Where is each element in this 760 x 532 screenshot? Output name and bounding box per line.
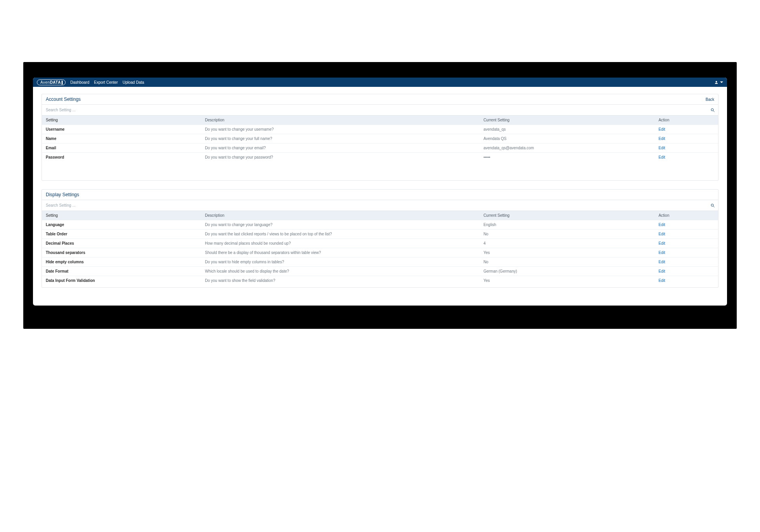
brand-bold: DATA — [50, 80, 61, 85]
col-header-current: Current Setting — [483, 118, 658, 122]
table-header: Setting Description Current Setting Acti… — [42, 211, 718, 220]
setting-current: No — [483, 260, 658, 264]
table-row: Data Input Form Validation Do you want t… — [42, 276, 718, 285]
main-nav: Dashboard Export Center Upload Data — [70, 80, 144, 85]
col-header-action: Action — [658, 213, 714, 218]
table-row: Email Do you want to change your email? … — [42, 143, 718, 153]
setting-current: Yes — [483, 250, 658, 255]
svg-line-3 — [713, 206, 715, 207]
user-menu[interactable] — [714, 80, 723, 85]
display-panel-header: Display Settings — [42, 190, 718, 200]
setting-name: Name — [46, 136, 205, 141]
edit-button[interactable]: Edit — [658, 146, 665, 150]
display-search-input[interactable] — [45, 202, 710, 209]
edit-button[interactable]: Edit — [658, 241, 665, 245]
edit-button[interactable]: Edit — [658, 232, 665, 236]
display-panel-title: Display Settings — [46, 192, 79, 197]
search-icon[interactable] — [710, 203, 715, 208]
svg-point-0 — [711, 109, 713, 111]
edit-button[interactable]: Edit — [658, 269, 665, 273]
display-search-row — [42, 200, 718, 211]
nav-dashboard[interactable]: Dashboard — [70, 80, 89, 85]
setting-description: Do you want to hide empty columns in tab… — [205, 260, 483, 264]
back-button[interactable]: Back — [706, 97, 714, 102]
nav-export-center[interactable]: Export Center — [94, 80, 118, 85]
setting-current: ••••• — [483, 155, 658, 159]
setting-current: Avendata QS — [483, 136, 658, 141]
svg-point-2 — [711, 204, 713, 206]
setting-current: 4 — [483, 241, 658, 245]
user-icon — [714, 80, 718, 85]
setting-current: English — [483, 223, 658, 227]
setting-name: Table Order — [46, 232, 205, 236]
setting-name: Email — [46, 146, 205, 150]
edit-button[interactable]: Edit — [658, 260, 665, 264]
account-panel-title: Account Settings — [46, 97, 81, 102]
table-row: Username Do you want to change your user… — [42, 125, 718, 134]
table-row: Password Do you want to change your pass… — [42, 153, 718, 162]
table-row: Hide empty columns Do you want to hide e… — [42, 257, 718, 267]
page-content: Account Settings Back Setting Descriptio… — [33, 87, 727, 306]
setting-description: Do you want to change your language? — [205, 223, 483, 227]
svg-line-1 — [713, 111, 715, 112]
col-header-setting: Setting — [46, 213, 205, 218]
setting-description: Should there be a display of thousand se… — [205, 250, 483, 255]
edit-button[interactable]: Edit — [658, 127, 665, 131]
account-settings-table: Setting Description Current Setting Acti… — [42, 116, 718, 162]
setting-description: Do you want to change your full name? — [205, 136, 483, 141]
setting-description: Do you want the last clicked reports / v… — [205, 232, 483, 236]
account-panel-header: Account Settings Back — [42, 94, 718, 105]
setting-current: avendata_qs — [483, 127, 658, 131]
col-header-action: Action — [658, 118, 714, 122]
table-row: Language Do you want to change your lang… — [42, 220, 718, 230]
edit-button[interactable]: Edit — [658, 278, 665, 283]
col-header-description: Description — [205, 118, 483, 122]
table-header: Setting Description Current Setting Acti… — [42, 116, 718, 125]
edit-button[interactable]: Edit — [658, 155, 665, 159]
edit-button[interactable]: Edit — [658, 250, 665, 255]
edit-button[interactable]: Edit — [658, 136, 665, 141]
col-header-description: Description — [205, 213, 483, 218]
account-search-row — [42, 105, 718, 116]
setting-current: avendata_qs@avendata.com — [483, 146, 658, 150]
display-settings-table: Setting Description Current Setting Acti… — [42, 211, 718, 285]
setting-description: How many decimal places should be rounde… — [205, 241, 483, 245]
setting-name: Hide empty columns — [46, 260, 205, 264]
edit-button[interactable]: Edit — [658, 223, 665, 227]
setting-name: Decimal Places — [46, 241, 205, 245]
setting-name: Data Input Form Validation — [46, 278, 205, 283]
setting-description: Do you want to change your email? — [205, 146, 483, 150]
brand-pill: AvenDATA||| — [37, 79, 66, 85]
col-header-current: Current Setting — [483, 213, 658, 218]
table-row: Table Order Do you want the last clicked… — [42, 230, 718, 239]
setting-name: Username — [46, 127, 205, 131]
app-window: AvenDATA||| Dashboard Export Center Uplo… — [33, 78, 727, 306]
setting-description: Do you want to show the field validation… — [205, 278, 483, 283]
setting-name: Password — [46, 155, 205, 159]
col-header-setting: Setting — [46, 118, 205, 122]
setting-current: No — [483, 232, 658, 236]
account-settings-panel: Account Settings Back Setting Descriptio… — [42, 94, 718, 181]
top-nav: AvenDATA||| Dashboard Export Center Uplo… — [33, 78, 727, 87]
search-icon[interactable] — [710, 108, 715, 112]
display-settings-panel: Display Settings Setting Description Cur… — [42, 189, 718, 288]
setting-description: Do you want to change your password? — [205, 155, 483, 159]
brand-bars-icon: ||| — [61, 80, 62, 85]
setting-name: Language — [46, 223, 205, 227]
table-row: Date Format Which locale should be used … — [42, 267, 718, 276]
setting-name: Date Format — [46, 269, 205, 273]
window-frame: AvenDATA||| Dashboard Export Center Uplo… — [23, 62, 737, 329]
brand-prefix: Aven — [40, 80, 50, 85]
brand-logo[interactable]: AvenDATA||| — [37, 79, 66, 85]
table-row: Thousand separators Should there be a di… — [42, 248, 718, 257]
chevron-down-icon — [720, 81, 723, 83]
setting-description: Do you want to change your username? — [205, 127, 483, 131]
setting-current: Yes — [483, 278, 658, 283]
table-row: Name Do you want to change your full nam… — [42, 134, 718, 143]
nav-upload-data[interactable]: Upload Data — [123, 80, 144, 85]
account-search-input[interactable] — [45, 106, 710, 114]
setting-current: German (Germany) — [483, 269, 658, 273]
setting-name: Thousand separators — [46, 250, 205, 255]
setting-description: Which locale should be used to display t… — [205, 269, 483, 273]
table-row: Decimal Places How many decimal places s… — [42, 239, 718, 248]
